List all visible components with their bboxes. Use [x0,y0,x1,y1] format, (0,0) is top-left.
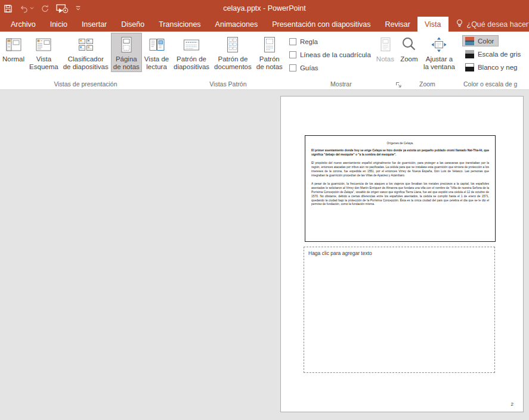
slide-paragraph: El propósito del nuevo asentamiento espa… [311,161,489,178]
notes-master-icon [260,35,279,55]
ribbon: Normal Vista Esquema Clasificador de dia… [0,32,529,90]
button-label: Escala de gris [478,51,521,58]
normal-view-button[interactable]: Normal [0,33,27,65]
slide-sorter-button[interactable]: Clasificador de diapositivas [61,33,111,72]
tab-inicio[interactable]: Inicio [43,17,75,32]
handout-master-button[interactable]: Patrón de documentos [212,33,254,72]
notes-page-button[interactable]: Página de notas [111,33,142,72]
tell-me-label: ¿Qué desea hacer? [467,20,529,29]
notes-master-button[interactable]: Patrón de notas [254,33,285,72]
slide-title: Orígenes de Celaya. [305,142,495,145]
gridlines-label: Líneas de la cuadrícula [300,51,371,58]
group-master-views: Patrón de diapositivas Patrón de documen… [171,32,285,89]
ribbon-tab-row: Archivo Inicio Insertar Diseño Transicio… [0,17,529,32]
black-white-button[interactable]: Blanco y neg [462,61,522,73]
ruler-checkbox[interactable] [289,38,296,45]
editing-canvas: Orígenes de Celaya. El primer asentamien… [0,91,529,420]
fit-to-window-icon [429,35,448,55]
outline-view-button[interactable]: Vista Esquema [27,33,61,72]
button-label: la ventana [423,63,455,71]
powerpoint-window: celaya.pptx - PowerPoint Archivo Inicio … [0,0,529,420]
button-label: Patrón de [218,55,248,63]
notes-page: Orígenes de Celaya. El primer asentamien… [280,96,524,412]
slide-paragraph: A pesar de la guarnición, la frecuencia … [311,182,489,207]
notes-pane-icon [376,35,395,55]
tab-animaciones[interactable]: Animaciones [208,17,265,32]
lightbulb-icon [456,19,463,30]
button-label: de notas [113,63,140,71]
page-number: 2 [511,402,513,407]
tell-me-box[interactable]: ¿Qué desea hacer? [448,17,529,32]
tab-presentacion-con-diapositivas[interactable]: Presentación con diapositivas [265,17,378,32]
outline-view-icon [34,35,53,55]
notes-placeholder-prompt: Haga clic para agregar texto [304,247,494,259]
reading-view-icon [147,35,166,55]
button-label: Página [116,55,137,63]
slide-sorter-icon [76,35,95,55]
button-label: Color [478,38,494,45]
group-presentation-views: Normal Vista Esquema Clasificador de dia… [0,32,171,89]
button-label: Clasificador [68,55,104,63]
grayscale-swatch-icon [465,50,474,58]
button-label: Esquema [29,63,58,71]
tab-archivo[interactable]: Archivo [4,17,43,32]
normal-view-icon [4,35,23,55]
gridlines-checkbox[interactable] [289,51,296,58]
button-label: Patrón [259,55,280,63]
guides-checkbox[interactable] [289,64,296,71]
handout-master-icon [223,35,242,55]
title-bar: celaya.pptx - PowerPoint [0,0,529,17]
button-label: Zoom [400,55,417,63]
button-label: Patrón de [177,55,206,63]
group-color-grayscale: Color Escala de gris [457,32,529,89]
group-label-show: Mostrar [285,80,397,89]
black-white-swatch-icon [465,63,474,71]
button-label: Vista de [144,55,169,63]
group-label-color-grayscale: Color o escala de g [457,80,529,89]
window-title: celaya.pptx - PowerPoint [0,0,529,17]
button-label: Normal [2,55,24,63]
zoom-button[interactable]: Zoom [397,33,421,65]
reading-view-button[interactable]: Vista de lectura [142,33,171,72]
tab-diseno[interactable]: Diseño [114,17,151,32]
slide-master-button[interactable]: Patrón de diapositivas [171,33,212,72]
color-swatch-icon [465,37,474,45]
group-label-zoom: Zoom [397,80,457,89]
button-label: Vista [36,55,51,63]
button-label: diapositivas [174,63,209,71]
gridlines-checkbox-row[interactable]: Líneas de la cuadrícula [289,48,372,61]
tab-transiciones[interactable]: Transiciones [151,17,208,32]
button-label: documentos [214,63,252,71]
slide-paragraph: El primer asentamiento donde hoy se erig… [311,149,489,157]
group-label-master-views: Vistas Patrón [171,80,285,89]
button-label: Notas [376,55,394,63]
ruler-checkbox-row[interactable]: Regla [289,35,372,48]
notes-pane-button: Notas [373,33,397,65]
group-show: Regla Líneas de la cuadrícula Guías [285,32,397,89]
slide-master-icon [182,35,201,55]
dialog-launcher-icon[interactable] [395,80,402,91]
group-zoom: Zoom Ajustar a la ventana Zoom [397,32,457,89]
notes-text-placeholder[interactable]: Haga clic para agregar texto [304,247,495,373]
color-button[interactable]: Color [462,35,499,46]
guides-checkbox-row[interactable]: Guías [289,61,372,74]
ruler-label: Regla [300,38,318,45]
grayscale-button[interactable]: Escala de gris [462,48,525,60]
notes-page-icon [117,35,136,55]
button-label: Ajustar a [426,55,453,63]
button-label: lectura [146,63,167,71]
button-label: de notas [256,63,283,71]
tab-revisar[interactable]: Revisar [378,17,417,32]
fit-to-window-button[interactable]: Ajustar a la ventana [421,33,457,72]
group-label-presentation-views: Vistas de presentación [0,80,171,89]
button-label: de diapositivas [63,63,109,71]
zoom-magnifier-icon [400,35,419,55]
slide-image-placeholder[interactable]: Orígenes de Celaya. El primer asentamien… [305,135,496,242]
show-checkbox-column: Regla Líneas de la cuadrícula Guías [285,33,372,74]
tab-insertar[interactable]: Insertar [75,17,114,32]
button-label: Blanco y neg [478,64,518,71]
guides-label: Guías [300,64,318,71]
tab-vista[interactable]: Vista [417,17,448,32]
